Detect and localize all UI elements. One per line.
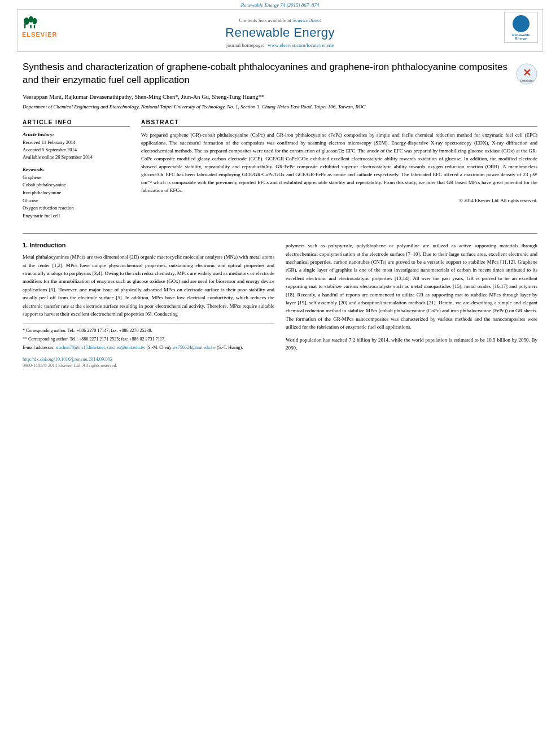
keyword-graphene: Graphene — [23, 174, 130, 182]
keyword-orr: Oxygen reduction reaction — [23, 204, 130, 212]
intro-right-text: polymers such as polypyrrole, polythioph… — [286, 242, 537, 352]
keywords-block: Keywords: Graphene Cobalt phthalocyanine… — [23, 167, 130, 220]
keywords-label: Keywords: — [23, 167, 130, 172]
article-info-panel: ARTICLE INFO Article history: Received 1… — [23, 119, 130, 225]
abstract-label: ABSTRACT — [141, 119, 537, 127]
journal-header: ELSEVIER Contents lists available at Sci… — [17, 9, 543, 52]
svg-rect-5 — [34, 25, 35, 28]
footnote-2-text: ** Corresponding author. Tel.: +886 2271… — [23, 337, 165, 342]
svg-rect-0 — [24, 24, 25, 28]
issn-line: 0960-1481/© 2014 Elsevier Ltd. All right… — [23, 363, 274, 368]
doi-line[interactable]: http://dx.doi.org/10.1016/j.renene.2014.… — [23, 356, 274, 362]
history-label: Article history: — [23, 132, 130, 137]
authors: Veerappan Mani, Rajkumar Devasenathipath… — [23, 94, 537, 100]
article-history: Article history: Received 11 February 20… — [23, 132, 130, 160]
contents-label: Contents lists available at — [239, 18, 291, 23]
accepted-date: Accepted 5 September 2014 — [23, 146, 130, 154]
intro-right-para-1: polymers such as polypyrrole, polythioph… — [286, 242, 537, 331]
svg-rect-4 — [30, 25, 31, 28]
paper-body: ✕ CrossMark Synthesis and characterizati… — [23, 52, 537, 368]
introduction-section: 1. Introduction Metal phthalocyanines (M… — [23, 242, 537, 368]
svg-point-1 — [24, 18, 29, 25]
article-info-label: ARTICLE INFO — [23, 119, 130, 127]
intro-right-col: polymers such as polypyrrole, polythioph… — [286, 242, 537, 368]
intro-left-col: 1. Introduction Metal phthalocyanines (M… — [23, 242, 274, 368]
affiliation: Department of Chemical Engineering and B… — [23, 103, 537, 111]
footnote-1-text: * Corresponding author. Tel.: +886 2270 … — [23, 328, 152, 333]
received-date: Received 11 February 2014 — [23, 139, 130, 146]
crossmark-badge[interactable]: ✕ CrossMark — [516, 63, 537, 86]
footnotes: * Corresponding author. Tel.: +886 2270 … — [23, 324, 274, 351]
contents-line: Contents lists available at ScienceDirec… — [239, 18, 321, 23]
keyword-efc: Enzymatic fuel cell — [23, 212, 130, 220]
svg-text:✕: ✕ — [523, 67, 531, 78]
section-divider — [23, 233, 537, 234]
intro-right-para-2: World population has reached 7.2 billion… — [286, 336, 537, 352]
science-direct-link[interactable]: ScienceDirect — [292, 18, 321, 23]
abstract-paragraph: We prepared graphene (GR)-cobalt phthalo… — [141, 132, 537, 195]
doi-url[interactable]: http://dx.doi.org/10.1016/j.renene.2014.… — [23, 356, 112, 362]
intro-left-text: Metal phthalocyanines (MPcs) are two dim… — [23, 253, 274, 318]
email-3[interactable]: ws756624@ntut.edu.tw — [173, 345, 216, 350]
abstract-panel: ABSTRACT We prepared graphene (GR)-cobal… — [141, 119, 537, 225]
journal-title: Renewable Energy — [225, 25, 335, 40]
re-logo-icon — [513, 15, 530, 32]
abstract-text: We prepared graphene (GR)-cobalt phthalo… — [141, 132, 537, 204]
citation-text: Renewable Energy 74 (2015) 867–874 — [241, 2, 320, 8]
keyword-glucose: Glucose — [23, 197, 130, 205]
email-2[interactable]: smchen@ntut.edu.tw — [107, 345, 146, 350]
homepage-url[interactable]: www.elsevier.com/locate/renene — [268, 42, 334, 48]
authors-text: Veerappan Mani, Rajkumar Devasenathipath… — [23, 94, 264, 100]
intro-heading: 1. Introduction — [23, 242, 274, 248]
svg-text:CrossMark: CrossMark — [520, 79, 534, 82]
elsevier-wordmark: ELSEVIER — [22, 31, 57, 38]
elsevier-logo: ELSEVIER — [22, 14, 57, 38]
keyword-cobalt: Cobalt phthalocyanine — [23, 181, 130, 189]
svg-point-3 — [32, 18, 37, 24]
available-date: Available online 26 September 2014 — [23, 154, 130, 161]
journal-citation: Renewable Energy 74 (2015) 867–874 — [0, 0, 560, 9]
footnote-emails: E-mail addresses: smchen78@ms15.hinet.ne… — [23, 344, 274, 352]
footnote-2: ** Corresponding author. Tel.: +886 2271… — [23, 336, 274, 343]
copyright: © 2014 Elsevier Ltd. All rights reserved… — [141, 197, 537, 204]
section-number: 1. — [23, 242, 28, 248]
intro-para-1: Metal phthalocyanines (MPcs) are two dim… — [23, 253, 274, 318]
article-info-abstract: ARTICLE INFO Article history: Received 1… — [23, 119, 537, 225]
email-label: E-mail addresses: — [23, 345, 55, 350]
email-1[interactable]: smchen78@ms15.hinet.net, — [56, 345, 106, 350]
section-title: Introduction — [29, 242, 65, 248]
renewable-energy-logo: RenewableEnergy — [504, 12, 538, 43]
email-note: (S.-M. Chen), — [146, 345, 171, 350]
keywords-list: Graphene Cobalt phthalocyanine Iron phth… — [23, 174, 130, 220]
homepage-line: journal homepage: www.elsevier.com/locat… — [226, 42, 334, 48]
paper-title: Synthesis and characterization of graphe… — [23, 61, 537, 87]
homepage-label: journal homepage: — [226, 42, 264, 48]
footnote-1: * Corresponding author. Tel.: +886 2270 … — [23, 327, 274, 335]
email-4: (S.-T. Huang). — [217, 345, 243, 350]
keyword-iron: Iron phthalocyanine — [23, 189, 130, 197]
